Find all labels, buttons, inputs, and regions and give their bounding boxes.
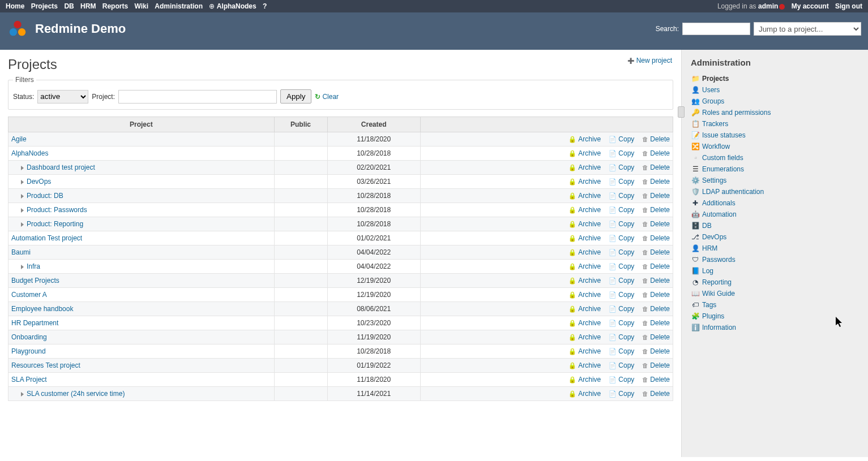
project-link[interactable]: Resources Test project [11, 361, 80, 369]
project-link[interactable]: Budget Projects [11, 277, 59, 285]
project-filter-input[interactable] [118, 90, 277, 104]
nav-help[interactable]: ? [263, 2, 267, 10]
delete-link[interactable]: Delete [642, 234, 670, 242]
delete-link[interactable]: Delete [642, 390, 670, 398]
copy-link[interactable]: Copy [609, 319, 634, 327]
delete-link[interactable]: Delete [642, 361, 670, 369]
nav-home[interactable]: Home [6, 2, 24, 10]
sidebar-link[interactable]: Passwords [702, 256, 736, 264]
sidebar-link[interactable]: Custom fields [702, 154, 743, 162]
sidebar-link[interactable]: Enumerations [702, 165, 744, 173]
copy-link[interactable]: Copy [609, 277, 634, 285]
delete-link[interactable]: Delete [642, 220, 670, 228]
nav-wiki[interactable]: Wiki [134, 2, 148, 10]
project-link[interactable]: Customer A [11, 291, 47, 299]
project-link[interactable]: Infra [27, 262, 40, 270]
nav-alphanodes[interactable]: AlphaNodes [217, 2, 256, 10]
sidebar-link[interactable]: Projects [702, 75, 729, 83]
clear-link[interactable]: Clear [315, 93, 339, 101]
new-project-link[interactable]: New project [627, 57, 672, 64]
delete-link[interactable]: Delete [642, 192, 670, 200]
archive-link[interactable]: Archive [568, 163, 601, 171]
sidebar-link[interactable]: Automation [702, 210, 737, 218]
sidebar-link[interactable]: Trackers [702, 120, 728, 128]
project-link[interactable]: Playground [11, 347, 46, 355]
copy-link[interactable]: Copy [609, 192, 634, 200]
col-public[interactable]: Public [274, 117, 327, 132]
project-link[interactable]: DevOps [27, 178, 51, 186]
archive-link[interactable]: Archive [568, 305, 601, 313]
project-link[interactable]: Baumi [11, 248, 31, 256]
delete-link[interactable]: Delete [642, 248, 670, 256]
nav-projects[interactable]: Projects [31, 2, 58, 10]
copy-link[interactable]: Copy [609, 390, 634, 398]
nav-sign-out[interactable]: Sign out [835, 2, 862, 10]
archive-link[interactable]: Archive [568, 234, 601, 242]
archive-link[interactable]: Archive [568, 149, 601, 157]
apply-button[interactable]: Apply [280, 89, 311, 104]
project-link[interactable]: SLA customer (24h service time) [27, 390, 125, 398]
delete-link[interactable]: Delete [642, 305, 670, 313]
nav-my-account[interactable]: My account [792, 2, 829, 10]
delete-link[interactable]: Delete [642, 277, 670, 285]
expander-icon[interactable] [21, 166, 24, 170]
archive-link[interactable]: Archive [568, 347, 601, 355]
delete-link[interactable]: Delete [642, 206, 670, 214]
delete-link[interactable]: Delete [642, 149, 670, 157]
sidebar-link[interactable]: Groups [702, 97, 724, 105]
project-link[interactable]: Employee handbook [11, 305, 73, 313]
project-link[interactable]: SLA Project [11, 376, 47, 384]
archive-link[interactable]: Archive [568, 291, 601, 299]
archive-link[interactable]: Archive [568, 277, 601, 285]
delete-link[interactable]: Delete [642, 135, 670, 143]
nav-db[interactable]: DB [64, 2, 74, 10]
archive-link[interactable]: Archive [568, 192, 601, 200]
copy-link[interactable]: Copy [609, 135, 634, 143]
project-link[interactable]: Automation Test project [11, 234, 82, 242]
delete-link[interactable]: Delete [642, 178, 670, 186]
copy-link[interactable]: Copy [609, 248, 634, 256]
archive-link[interactable]: Archive [568, 262, 601, 270]
project-link[interactable]: Product: Reporting [27, 220, 83, 228]
col-project[interactable]: Project [8, 117, 275, 132]
sidebar-link[interactable]: Roles and permissions [702, 109, 771, 117]
archive-link[interactable]: Archive [568, 376, 601, 384]
search-input[interactable] [682, 23, 750, 35]
archive-link[interactable]: Archive [568, 319, 601, 327]
sidebar-link[interactable]: Wiki Guide [702, 290, 735, 298]
nav-reports[interactable]: Reports [102, 2, 128, 10]
sidebar-link[interactable]: Plugins [702, 312, 724, 320]
sidebar-link[interactable]: Reporting [702, 278, 732, 286]
delete-link[interactable]: Delete [642, 262, 670, 270]
expander-icon[interactable] [21, 208, 24, 213]
archive-link[interactable]: Archive [568, 178, 601, 186]
col-created[interactable]: Created [327, 117, 420, 132]
delete-link[interactable]: Delete [642, 347, 670, 355]
status-select[interactable]: active [37, 90, 88, 104]
delete-link[interactable]: Delete [642, 291, 670, 299]
jump-to-project-select[interactable]: Jump to a project... [754, 22, 861, 36]
sidebar-link[interactable]: Information [702, 324, 736, 331]
project-link[interactable]: HR Department [11, 319, 58, 327]
sidebar-link[interactable]: Issue statuses [702, 131, 746, 139]
expander-icon[interactable] [21, 392, 24, 397]
project-link[interactable]: Product: Passwords [27, 206, 87, 214]
copy-link[interactable]: Copy [609, 305, 634, 313]
copy-link[interactable]: Copy [609, 291, 634, 299]
copy-link[interactable]: Copy [609, 149, 634, 157]
expander-icon[interactable] [21, 194, 24, 199]
archive-link[interactable]: Archive [568, 220, 601, 228]
project-link[interactable]: AlphaNodes [11, 149, 48, 157]
copy-link[interactable]: Copy [609, 376, 634, 384]
copy-link[interactable]: Copy [609, 178, 634, 186]
copy-link[interactable]: Copy [609, 206, 634, 214]
archive-link[interactable]: Archive [568, 135, 601, 143]
sidebar-link[interactable]: DB [702, 222, 712, 230]
copy-link[interactable]: Copy [609, 220, 634, 228]
nav-administration[interactable]: Administration [155, 2, 203, 10]
archive-link[interactable]: Archive [568, 248, 601, 256]
delete-link[interactable]: Delete [642, 163, 670, 171]
project-link[interactable]: Dashboard test project [27, 163, 95, 171]
copy-link[interactable]: Copy [609, 361, 634, 369]
archive-link[interactable]: Archive [568, 333, 601, 341]
